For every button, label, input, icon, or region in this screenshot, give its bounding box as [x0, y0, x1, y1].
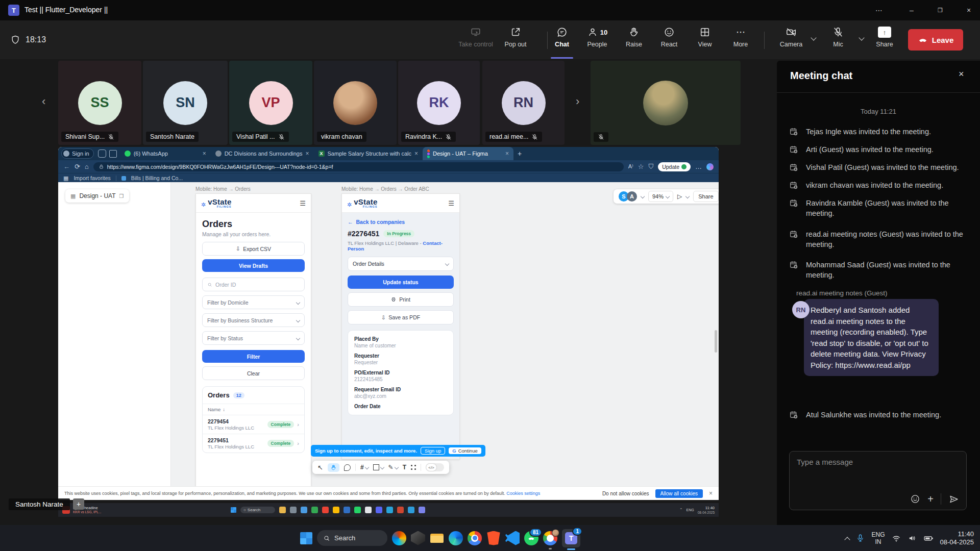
signup-button[interactable]: Sign up	[421, 447, 445, 455]
tab-close-icon[interactable]: ×	[414, 150, 418, 157]
browser-tab[interactable]: (6) WhatsApp×	[120, 147, 211, 160]
participant-tile[interactable]: RK Ravindra K...	[398, 61, 480, 145]
mic-options-chevron-icon[interactable]	[859, 35, 864, 40]
new-tab-icon[interactable]: +	[518, 149, 522, 158]
pop-out-button[interactable]: Pop out	[497, 27, 534, 48]
browser-update-button[interactable]: Update	[658, 162, 691, 171]
view-drafts-button[interactable]: View Drafts	[202, 259, 305, 272]
tab-close-icon[interactable]: ×	[505, 150, 509, 157]
chrome-icon[interactable]	[468, 531, 482, 545]
battery-icon[interactable]	[923, 533, 934, 543]
close-button[interactable]: ×	[958, 0, 980, 20]
mini-app-icon[interactable]	[322, 507, 329, 513]
present-icon[interactable]: ▷	[677, 193, 682, 200]
speaker-icon[interactable]	[908, 534, 917, 543]
minimize-button[interactable]: –	[900, 0, 923, 20]
hand-tool-icon[interactable]	[328, 463, 339, 472]
clear-button[interactable]: Clear	[202, 366, 305, 380]
figma-share-button[interactable]: Share	[693, 191, 718, 202]
tray-mic-icon[interactable]	[856, 534, 865, 542]
figma-frame-icon[interactable]: ❒	[119, 193, 124, 199]
phone-frame-order-detail[interactable]: ✲ vStateFILINGS ☰ ←Back to companies #22…	[341, 193, 460, 460]
titlebar-more-icon[interactable]: ⋯	[868, 0, 890, 20]
mini-app-icon[interactable]	[397, 507, 404, 513]
workspaces-icon[interactable]	[109, 150, 117, 158]
scroll-tiles-right-icon[interactable]: ›	[576, 95, 579, 108]
mini-app-icon[interactable]	[301, 507, 307, 513]
participant-tile[interactable]: RN read.ai mee...	[482, 61, 565, 145]
tab-close-icon[interactable]: ×	[306, 150, 309, 157]
file-explorer-icon[interactable]	[430, 531, 444, 545]
cookie-settings-link[interactable]: Cookies settings	[506, 491, 540, 496]
canvas-scrollbar[interactable]	[715, 330, 717, 353]
order-details-select[interactable]: Order Details	[348, 257, 454, 271]
language-indicator[interactable]: ENGIN	[871, 531, 885, 545]
chat-input[interactable]	[790, 452, 966, 483]
react-button[interactable]: React	[651, 27, 688, 48]
mini-start-icon[interactable]	[231, 507, 236, 513]
print-button[interactable]: Print	[348, 292, 454, 307]
home-icon[interactable]: ⌂	[85, 163, 89, 170]
export-csv-button[interactable]: ⇩Export CSV	[202, 242, 305, 256]
order-row[interactable]: 2279454 TL Flex Holdings LLC Complete ›	[203, 415, 304, 434]
text-tool-icon[interactable]: T	[403, 464, 406, 471]
presenter-pin-button[interactable]: +	[73, 498, 84, 510]
emoji-icon[interactable]	[910, 494, 920, 504]
leave-button[interactable]: Leave	[908, 29, 963, 51]
hamburger-menu-icon[interactable]: ☰	[300, 199, 306, 207]
mini-app-icon[interactable]	[408, 507, 414, 513]
cookie-close-icon[interactable]: ×	[709, 490, 713, 497]
participant-tile[interactable]: SN Santosh Narate	[143, 61, 228, 145]
filter-button[interactable]: Filter	[202, 350, 305, 363]
figma-file-chip[interactable]: ▦ Design - UAT ❒	[65, 189, 129, 203]
allow-cookies-button[interactable]: Allow all cookies	[655, 489, 703, 498]
copilot-icon[interactable]	[706, 163, 714, 170]
participant-tile[interactable]: vikram chavan	[314, 61, 397, 145]
browser-tab[interactable]: DC Divisions and Surroundings×	[211, 147, 314, 160]
refresh-icon[interactable]: ⟳	[75, 163, 80, 170]
chrome-profile-icon[interactable]	[543, 531, 557, 545]
spotlight-participant-tile[interactable]	[591, 61, 741, 145]
update-status-button[interactable]: Update status	[348, 276, 454, 289]
camera-button[interactable]: Camera	[773, 27, 810, 48]
avatars-chevron-icon[interactable]	[641, 194, 645, 198]
dark-app-icon[interactable]	[411, 531, 425, 545]
more-button[interactable]: ⋯ More	[722, 27, 759, 48]
mini-app-icon[interactable]	[365, 507, 372, 513]
collections-icon[interactable]: ⛉	[648, 163, 653, 171]
zoom-control[interactable]: 94%	[648, 191, 673, 202]
raise-hand-button[interactable]: Raise	[616, 27, 652, 48]
restore-button[interactable]: ❒	[929, 0, 951, 20]
send-icon[interactable]	[948, 494, 959, 505]
comment-tool-icon[interactable]	[344, 464, 351, 471]
browser-signin-button[interactable]: Sign in	[61, 148, 94, 159]
mini-search[interactable]: ○ Search	[240, 507, 275, 513]
mini-app-icon[interactable]	[344, 507, 350, 513]
brave-icon[interactable]	[486, 531, 501, 545]
copilot-app-icon[interactable]	[392, 531, 406, 545]
filter-status-select[interactable]: Filter by Status	[202, 331, 305, 345]
read-aloud-icon[interactable]: A⁾	[628, 163, 633, 170]
chat-close-icon[interactable]: ×	[959, 69, 964, 80]
order-id-search[interactable]: Order ID	[202, 278, 305, 291]
mini-app-icon[interactable]	[279, 507, 286, 513]
phone-frame-orders[interactable]: ✲ vStateFILINGS ☰ Orders Manage all your…	[195, 193, 311, 486]
people-button[interactable]: 10 People	[579, 27, 616, 48]
deny-cookies-button[interactable]: Do not allow cookies	[602, 491, 649, 496]
save-pdf-button[interactable]: ⇩ Save as PDF	[348, 310, 454, 324]
mini-tray-chevron[interactable]: ⌃	[679, 508, 683, 512]
settings-dots-icon[interactable]: …	[695, 163, 702, 170]
whatsapp-icon[interactable]: 81	[524, 531, 538, 545]
vscode-icon[interactable]	[505, 531, 520, 545]
address-bar[interactable]: https://www.figma.com/design/9BKQ0FOHRWa…	[93, 162, 624, 171]
mini-app-icon[interactable]	[376, 507, 382, 513]
import-favorites[interactable]: Import favorites	[74, 175, 110, 181]
mini-app-icon[interactable]	[354, 507, 361, 513]
chat-button[interactable]: Chat	[544, 27, 580, 48]
attach-plus-icon[interactable]: +	[927, 494, 934, 504]
chat-input-box[interactable]: +	[789, 451, 967, 510]
bookmark-item[interactable]: Bills | Billing and Co...	[131, 175, 183, 181]
scroll-tiles-left-icon[interactable]: ‹	[42, 95, 45, 108]
filter-domicile-select[interactable]: Filter by Domicile	[202, 295, 305, 309]
actions-tool-icon[interactable]	[411, 465, 416, 470]
